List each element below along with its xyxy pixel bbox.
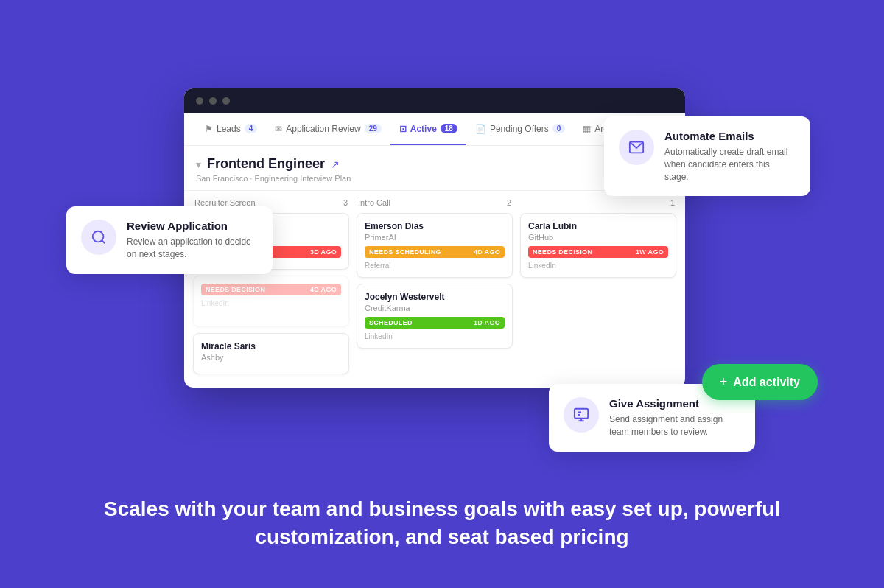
col-title-intro: Intro Call [358, 198, 390, 207]
svg-line-1 [102, 240, 105, 243]
candidate-company-3: Ashby [201, 353, 341, 362]
automate-card-title: Automate Emails [664, 130, 796, 142]
status-age-2: 4D AGO [310, 286, 337, 293]
automate-emails-card: Automate Emails Automatically create dra… [604, 116, 810, 196]
col-header-3: 1 [520, 198, 676, 207]
status-text-emerson: NEEDS SCHEDULING [369, 248, 441, 256]
assignment-card-desc: Send assignment and assign team members … [609, 413, 740, 438]
job-title: Frontend Engineer [207, 156, 325, 172]
window-dot-2 [209, 97, 217, 105]
col-count-intro: 2 [507, 198, 511, 207]
assignment-icon-wrap [564, 397, 599, 433]
assignment-icon [573, 407, 589, 423]
window-dot-1 [196, 97, 203, 105]
add-activity-label: Add activity [733, 376, 800, 389]
review-card-title: Review Application [127, 220, 258, 232]
col-count-3: 1 [670, 198, 675, 207]
source-carla: LinkedIn [528, 262, 668, 270]
candidate-name-3: Miracle Saris [201, 341, 341, 351]
status-text-carla: NEEDS DECISION [533, 248, 592, 256]
svg-point-0 [93, 231, 104, 242]
candidate-company-carla: GitHub [528, 233, 668, 242]
card-carla-lubin[interactable]: Carla Lubin GitHub NEEDS DECISION 1W AGO… [520, 213, 676, 278]
review-card-desc: Review an application to decide on next … [127, 236, 258, 261]
status-text-jocelyn: SCHEDULED [369, 319, 413, 326]
mail-icon [628, 139, 645, 155]
status-age-jocelyn: 1D AGO [474, 319, 500, 326]
review-application-card: Review Application Review an application… [66, 206, 273, 274]
bookmark-icon: ⊡ [399, 124, 407, 134]
tab-app-review-label: Application Review [286, 124, 360, 134]
tab-pending-label: Pending Offers [490, 124, 549, 134]
tab-leads[interactable]: ⚑ Leads 4 [196, 113, 266, 145]
plus-icon: + [720, 374, 728, 390]
flag-icon: ⚑ [205, 124, 213, 134]
status-badge-emerson: NEEDS SCHEDULING 4D AGO [365, 246, 505, 258]
status-badge-jocelyn: SCHEDULED 1D AGO [365, 317, 505, 329]
card-miracle-saris[interactable]: Miracle Saris Ashby [193, 333, 349, 374]
candidate-company-jocelyn: CreditKarma [365, 304, 505, 312]
candidate-name-jocelyn: Jocelyn Westervelt [365, 292, 505, 302]
window-dot-3 [222, 97, 230, 105]
tab-app-review-badge: 29 [365, 124, 382, 133]
card-unnamed-1[interactable]: NEEDS DECISION 4D AGO LinkedIn [193, 276, 349, 327]
job-link-icon[interactable]: ↗ [331, 158, 340, 170]
add-activity-button[interactable]: + Add activity [702, 364, 818, 400]
browser-titlebar [184, 88, 685, 113]
job-meta: San Francisco · Engineering Interview Pl… [196, 174, 673, 183]
tab-active-label: Active [410, 124, 437, 134]
tab-leads-badge: 4 [245, 124, 258, 133]
status-badge-carla: NEEDS DECISION 1W AGO [528, 246, 668, 258]
status-badge-2: NEEDS DECISION 4D AGO [201, 284, 341, 295]
tab-application-review[interactable]: ✉ Application Review 29 [266, 113, 390, 145]
bottom-text-section: Scales with your team and business goals… [0, 495, 884, 551]
tab-active-badge: 18 [441, 124, 457, 133]
candidate-name-carla: Carla Lubin [528, 221, 668, 231]
candidate-name-emerson: Emerson Dias [365, 221, 505, 231]
status-text-2: NEEDS DECISION [206, 286, 265, 293]
tab-active[interactable]: ⊡ Active 18 [390, 113, 466, 145]
tab-pending-badge: 0 [552, 124, 566, 133]
job-chevron-icon: ▾ [196, 158, 201, 170]
status-age: 3D AGO [310, 248, 337, 256]
doc-icon: 📄 [475, 124, 486, 134]
kanban-col-3: 1 Carla Lubin GitHub NEEDS DECISION 1W A… [520, 198, 676, 380]
mail-icon: ✉ [275, 124, 282, 134]
review-icon-wrap [81, 220, 116, 255]
card-emerson-dias[interactable]: Emerson Dias PrimerAI NEEDS SCHEDULING 4… [357, 213, 513, 278]
candidate-company-emerson: PrimerAI [365, 233, 505, 242]
status-age-carla: 1W AGO [636, 248, 664, 256]
bottom-tagline: Scales with your team and business goals… [59, 495, 825, 551]
col-count-recruiter: 3 [343, 198, 348, 207]
tab-pending-offers[interactable]: 📄 Pending Offers 0 [466, 113, 574, 145]
automate-icon-wrap [619, 130, 654, 165]
source-emerson: Referral [365, 262, 505, 270]
card-jocelyn[interactable]: Jocelyn Westervelt CreditKarma SCHEDULED… [357, 284, 513, 349]
kanban-col-intro-call: Intro Call 2 Emerson Dias PrimerAI NEEDS… [357, 198, 513, 380]
automate-card-desc: Automatically create draft email when ca… [664, 146, 796, 183]
source-jocelyn: LinkedIn [365, 332, 505, 340]
search-icon [91, 229, 107, 245]
svg-rect-3 [575, 409, 588, 419]
tab-leads-label: Leads [217, 124, 241, 134]
source-text-2: LinkedIn [201, 299, 341, 307]
col-header-intro: Intro Call 2 [357, 198, 513, 207]
archive-icon: ▦ [583, 124, 591, 134]
status-age-emerson: 4D AGO [474, 248, 500, 256]
